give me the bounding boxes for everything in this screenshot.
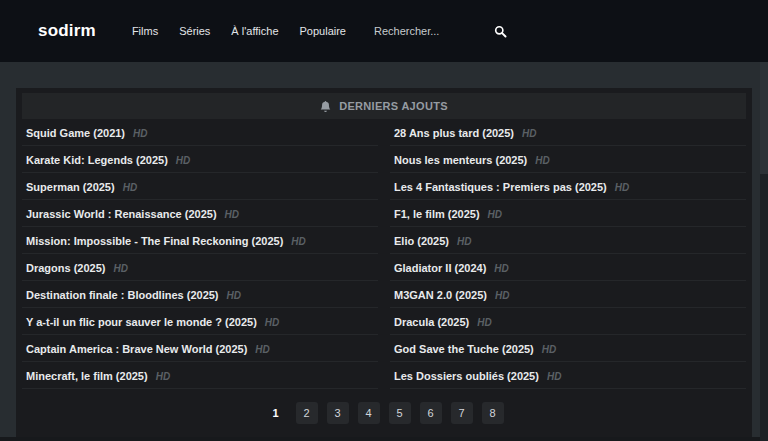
quality-badge: HD [494, 263, 508, 274]
search-button[interactable] [490, 21, 510, 41]
panel-title: DERNIERS AJOUTS [339, 100, 448, 112]
movie-title-link[interactable]: Superman (2025) [26, 181, 115, 193]
quality-badge: HD [123, 182, 137, 193]
movie-title-link[interactable]: Dracula (2025) [394, 316, 469, 328]
movie-row[interactable]: Dragons (2025)HD [22, 254, 378, 281]
panel-header: DERNIERS AJOUTS [22, 93, 746, 119]
quality-badge: HD [113, 263, 127, 274]
movie-title-link[interactable]: Mission: Impossible - The Final Reckonin… [26, 235, 283, 247]
main-nav: FilmsSériesÀ l'affichePopulaire [132, 25, 346, 37]
movie-title-link[interactable]: Les Dossiers oubliés (2025) [394, 370, 539, 382]
scrollbar-track[interactable] [760, 62, 768, 441]
movie-title-link[interactable]: Les 4 Fantastiques : Premiers pas (2025) [394, 181, 607, 193]
movie-title-link[interactable]: Elio (2025) [394, 235, 449, 247]
pagination-page-3[interactable]: 3 [327, 402, 349, 424]
search-icon [494, 25, 507, 38]
pagination-page-8[interactable]: 8 [482, 402, 504, 424]
movie-column-left: Squid Game (2021)HDKarate Kid: Legends (… [22, 119, 378, 389]
footer-strip [0, 437, 768, 441]
movie-title-link[interactable]: Gladiator II (2024) [394, 262, 486, 274]
movie-row[interactable]: Karate Kid: Legends (2025)HD [22, 146, 378, 173]
movie-row[interactable]: Superman (2025)HD [22, 173, 378, 200]
movie-row[interactable]: M3GAN 2.0 (2025)HD [390, 281, 746, 308]
nav-link-populaire[interactable]: Populaire [300, 25, 346, 37]
movie-title-link[interactable]: Captain America : Brave New World (2025) [26, 343, 247, 355]
pagination-page-5[interactable]: 5 [389, 402, 411, 424]
movie-row[interactable]: Jurassic World : Renaissance (2025)HD [22, 200, 378, 227]
pagination-page-2[interactable]: 2 [296, 402, 318, 424]
quality-badge: HD [457, 236, 471, 247]
latest-additions-list: Squid Game (2021)HDKarate Kid: Legends (… [22, 119, 746, 389]
quality-badge: HD [156, 371, 170, 382]
quality-badge: HD [535, 155, 549, 166]
pagination-page-4[interactable]: 4 [358, 402, 380, 424]
quality-badge: HD [488, 209, 502, 220]
pagination-page-6[interactable]: 6 [420, 402, 442, 424]
movie-row[interactable]: Les 4 Fantastiques : Premiers pas (2025)… [390, 173, 746, 200]
movie-row[interactable]: Dracula (2025)HD [390, 308, 746, 335]
movie-row[interactable]: Destination finale : Bloodlines (2025)HD [22, 281, 378, 308]
quality-badge: HD [176, 155, 190, 166]
movie-title-link[interactable]: Destination finale : Bloodlines (2025) [26, 289, 219, 301]
movie-title-link[interactable]: Karate Kid: Legends (2025) [26, 154, 168, 166]
quality-badge: HD [255, 344, 269, 355]
search-input[interactable] [374, 20, 484, 42]
top-navbar: sodirm FilmsSériesÀ l'affichePopulaire [0, 0, 768, 62]
movie-row[interactable]: Captain America : Brave New World (2025)… [22, 335, 378, 362]
pagination: 12345678 [22, 402, 746, 424]
quality-badge: HD [291, 236, 305, 247]
movie-row[interactable]: Mission: Impossible - The Final Reckonin… [22, 227, 378, 254]
bell-icon [320, 101, 331, 112]
movie-row[interactable]: Les Dossiers oubliés (2025)HD [390, 362, 746, 389]
movie-title-link[interactable]: Dragons (2025) [26, 262, 105, 274]
movie-row[interactable]: Nous les menteurs (2025)HD [390, 146, 746, 173]
quality-badge: HD [495, 290, 509, 301]
quality-badge: HD [547, 371, 561, 382]
quality-badge: HD [477, 317, 491, 328]
movie-row[interactable]: Minecraft, le film (2025)HD [22, 362, 378, 389]
quality-badge: HD [225, 209, 239, 220]
latest-additions-panel: DERNIERS AJOUTS Squid Game (2021)HDKarat… [16, 88, 752, 437]
movie-title-link[interactable]: Y a-t-il un flic pour sauver le monde ? … [26, 316, 257, 328]
movie-title-link[interactable]: Minecraft, le film (2025) [26, 370, 148, 382]
pagination-current-page: 1 [265, 402, 287, 424]
movie-title-link[interactable]: Nous les menteurs (2025) [394, 154, 527, 166]
quality-badge: HD [522, 128, 536, 139]
movie-title-link[interactable]: Jurassic World : Renaissance (2025) [26, 208, 217, 220]
movie-row[interactable]: F1, le film (2025)HD [390, 200, 746, 227]
movie-title-link[interactable]: God Save the Tuche (2025) [394, 343, 534, 355]
nav-link-a-l-affiche[interactable]: À l'affiche [231, 25, 278, 37]
movie-row[interactable]: Y a-t-il un flic pour sauver le monde ? … [22, 308, 378, 335]
nav-link-films[interactable]: Films [132, 25, 158, 37]
movie-title-link[interactable]: M3GAN 2.0 (2025) [394, 289, 487, 301]
movie-title-link[interactable]: Squid Game (2021) [26, 127, 125, 139]
site-logo[interactable]: sodirm [38, 21, 96, 41]
movie-column-right: 28 Ans plus tard (2025)HDNous les menteu… [390, 119, 746, 389]
movie-row[interactable]: God Save the Tuche (2025)HD [390, 335, 746, 362]
movie-row[interactable]: Elio (2025)HD [390, 227, 746, 254]
quality-badge: HD [542, 344, 556, 355]
quality-badge: HD [615, 182, 629, 193]
movie-row[interactable]: Gladiator II (2024)HD [390, 254, 746, 281]
movie-row[interactable]: 28 Ans plus tard (2025)HD [390, 119, 746, 146]
movie-title-link[interactable]: F1, le film (2025) [394, 208, 480, 220]
movie-title-link[interactable]: 28 Ans plus tard (2025) [394, 127, 514, 139]
nav-link-series[interactable]: Séries [179, 25, 210, 37]
quality-badge: HD [265, 317, 279, 328]
pagination-page-7[interactable]: 7 [451, 402, 473, 424]
quality-badge: HD [227, 290, 241, 301]
movie-row[interactable]: Squid Game (2021)HD [22, 119, 378, 146]
quality-badge: HD [133, 128, 147, 139]
scrollbar-thumb[interactable] [760, 62, 768, 174]
